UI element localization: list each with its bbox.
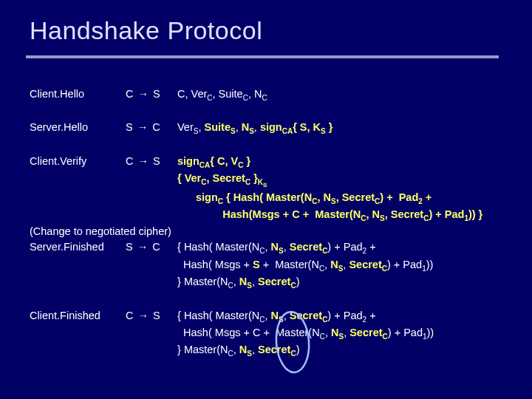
row-cf-2: Hash( Msgs + C + Master(NC, NS, SecretC)… [30, 325, 510, 342]
msg-name: Server.Hello [30, 120, 126, 135]
row-client-finished: Client.Finished C → S { Hash( Master(NC,… [30, 308, 510, 325]
msg-payload: Hash(Msgs + C + Master(NC, NS, SecretC) … [196, 207, 482, 224]
msg-payload: } Master(NC, NS, SecretC) [177, 342, 299, 359]
row-change-cipher: (Change to negotiated cipher) [30, 224, 510, 239]
msg-name: Client.Verify [30, 154, 126, 169]
msg-name: Client.Finished [30, 308, 126, 324]
msg-payload: } Master(NC, NS, SecretC) [177, 274, 299, 291]
msg-payload: { Hash( Master(NC, NS, SecretC) + Pad2 + [177, 239, 376, 256]
row-cf-3: } Master(NC, NS, SecretC) [30, 342, 510, 359]
row-server-hello: Server.Hello S → C VerS, SuiteS, NS, sig… [30, 120, 510, 137]
slide-title: Handshake Protocol [30, 16, 510, 45]
msg-dir: C → S [126, 308, 177, 324]
msg-name: Client.Hello [30, 86, 126, 102]
row-cv-2: { VerC, SecretC }KS [30, 171, 510, 189]
msg-payload: Hash( Msgs + S + Master(NC, NS, SecretC)… [177, 257, 433, 274]
msg-name: Server.Finished [30, 239, 126, 255]
title-rule [26, 55, 499, 58]
msg-payload: C, VerC, SuiteC, NC [177, 86, 267, 103]
row-server-finished: Server.Finished S → C { Hash( Master(NC,… [30, 239, 510, 256]
msg-dir: S → C [126, 120, 177, 135]
row-client-hello: Client.Hello C → S C, VerC, SuiteC, NC [30, 86, 510, 103]
msg-dir: S → C [126, 239, 177, 255]
slide: Handshake Protocol Client.Hello C → S C,… [0, 0, 532, 399]
msg-payload: Hash( Msgs + C + Master(NC, NS, SecretC)… [177, 325, 434, 342]
row-client-verify: Client.Verify C → S signCA{ C, VC } [30, 154, 510, 171]
row-sf-3: } Master(NC, NS, SecretC) [30, 274, 510, 291]
row-sf-2: Hash( Msgs + S + Master(NC, NS, SecretC)… [30, 257, 510, 274]
msg-dir: C → S [126, 86, 177, 102]
msg-payload: (Change to negotiated cipher) [30, 224, 171, 239]
msg-payload: VerS, SuiteS, NS, signCA{ S, KS } [177, 120, 332, 137]
msg-payload: { Hash( Master(NC, NS, SecretC) + Pad2 + [177, 308, 376, 325]
slide-body: Client.Hello C → S C, VerC, SuiteC, NC S… [30, 86, 510, 360]
msg-payload: signC { Hash( Master(NC, NS, SecretC) + … [196, 190, 432, 207]
msg-payload: signCA{ C, VC } [177, 154, 250, 171]
msg-payload: { VerC, SecretC }KS [177, 171, 267, 189]
row-cv-3: signC { Hash( Master(NC, NS, SecretC) + … [30, 190, 510, 207]
row-cv-4: Hash(Msgs + C + Master(NC, NS, SecretC) … [30, 207, 510, 224]
msg-dir: C → S [126, 154, 177, 169]
